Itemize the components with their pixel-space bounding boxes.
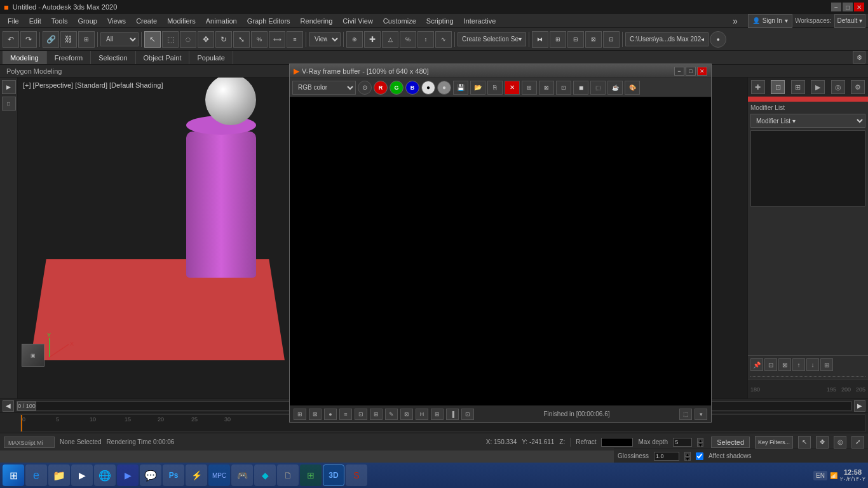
- vray-fb-status-btn1[interactable]: ⊞: [294, 409, 306, 420]
- vray-fb-clear-btn[interactable]: ✕: [505, 81, 520, 95]
- modifier-list-dropdown[interactable]: Modifier List ▾: [750, 114, 865, 128]
- align-button[interactable]: ≡: [287, 31, 303, 48]
- vray-fb-close[interactable]: ✕: [697, 67, 707, 76]
- vray-fb-r-btn[interactable]: R: [374, 81, 388, 95]
- vray-fb-status-btn7[interactable]: ✎: [385, 409, 398, 420]
- modify-tab-icon[interactable]: ⊡: [771, 80, 785, 94]
- vray-fb-status-btn3[interactable]: ●: [324, 409, 337, 420]
- taskbar-mpc[interactable]: MPC: [208, 464, 230, 486]
- panel-btn2[interactable]: □: [2, 97, 16, 111]
- vray-fb-down-btn[interactable]: ▾: [695, 409, 707, 420]
- rp-add-btn[interactable]: ⊡: [764, 358, 777, 371]
- cross-button[interactable]: ✚: [364, 31, 381, 48]
- menu-customize[interactable]: Customize: [378, 16, 421, 26]
- vray-fb-status-btn4[interactable]: ≡: [339, 409, 352, 420]
- panel-toggle-button[interactable]: ▶: [2, 80, 16, 94]
- vray-fb-save-btn[interactable]: 💾: [453, 81, 468, 95]
- undo-button[interactable]: ↶: [3, 31, 19, 48]
- taskbar-mediaplayer[interactable]: ▶: [71, 464, 93, 486]
- vray-fb-open-btn[interactable]: 📂: [470, 81, 485, 95]
- taskbar-photoshop[interactable]: Ps: [163, 464, 184, 486]
- vray-fb-status-btn11[interactable]: ▐: [446, 409, 459, 420]
- vray-fb-status-btn8[interactable]: ⊠: [400, 409, 413, 420]
- percent2-button[interactable]: %: [400, 31, 416, 48]
- menu-edit[interactable]: Edit: [24, 16, 46, 26]
- max-depth-down[interactable]: ▼: [697, 442, 703, 447]
- nav-btn3[interactable]: ◎: [834, 436, 846, 449]
- scale-button[interactable]: ⤡: [233, 31, 250, 48]
- view-dropdown[interactable]: View: [309, 32, 341, 46]
- taskbar-app7[interactable]: S: [346, 464, 367, 486]
- vray-fb-color-dropdown[interactable]: RGB color: [292, 81, 356, 95]
- menu-scripting[interactable]: Scripting: [421, 16, 459, 26]
- timeline-prev-btn[interactable]: ◀: [3, 400, 14, 412]
- vray-fb-btn4[interactable]: ◼: [573, 81, 588, 95]
- glossiness-down[interactable]: ▼: [684, 456, 691, 461]
- vray-fb-status-btn9[interactable]: H: [416, 409, 428, 420]
- tab-object-paint[interactable]: Object Paint: [136, 51, 190, 64]
- tab-modeling[interactable]: Modeling: [3, 51, 47, 64]
- tab-freeform[interactable]: Freeform: [47, 51, 92, 64]
- vray-fb-btn7[interactable]: 🎨: [625, 81, 640, 95]
- start-button[interactable]: ⊞: [3, 464, 24, 486]
- taskbar-app3[interactable]: 🎮: [231, 464, 253, 486]
- workspaces-dropdown[interactable]: Default ▾: [834, 14, 865, 28]
- menu-graph-editors[interactable]: Graph Editors: [242, 16, 295, 26]
- graph-editor-btn1[interactable]: ⧓: [532, 31, 548, 48]
- tab-populate[interactable]: Populate: [189, 51, 233, 64]
- path-button[interactable]: C:\Users\ya...ds Max 202◂: [625, 32, 709, 46]
- rp-down-btn[interactable]: ↓: [806, 358, 819, 371]
- taskbar-app5[interactable]: 🗋: [277, 464, 299, 486]
- move-button[interactable]: ✥: [198, 31, 214, 48]
- vray-fb-btn3[interactable]: ⊡: [556, 81, 571, 95]
- angle-snap-button[interactable]: △: [382, 31, 398, 48]
- vray-fb-srgb-btn[interactable]: ⊙: [358, 81, 372, 95]
- menu-file[interactable]: File: [3, 16, 24, 26]
- menu-more[interactable]: »: [728, 15, 743, 27]
- taskbar-ie[interactable]: e: [25, 464, 47, 486]
- max-depth-input[interactable]: [673, 438, 692, 447]
- taskbar-app1[interactable]: ▶: [117, 464, 139, 486]
- mirror-button[interactable]: ⟺: [269, 31, 285, 48]
- display-tab-icon[interactable]: ◎: [831, 80, 845, 94]
- menu-interactive[interactable]: Interactive: [459, 16, 501, 26]
- vray-fb-status-btn10[interactable]: ⊞: [431, 409, 444, 420]
- vray-fb-btn1[interactable]: ⊞: [522, 81, 537, 95]
- menu-civil-view[interactable]: Civil View: [337, 16, 377, 26]
- vray-fb-maximize[interactable]: □: [686, 67, 696, 76]
- rp-settings-btn[interactable]: ⊞: [820, 358, 833, 371]
- taskbar-3dsmax[interactable]: 3D: [323, 464, 344, 486]
- refract-swatch[interactable]: [601, 438, 633, 447]
- select-lasso-button[interactable]: ◌: [180, 31, 196, 48]
- graph-editor-btn4[interactable]: ⊠: [585, 31, 602, 48]
- maximize-button[interactable]: □: [843, 3, 853, 11]
- menu-create[interactable]: Create: [131, 16, 162, 26]
- rp-pin-btn[interactable]: 📌: [750, 358, 763, 371]
- max-depth-up[interactable]: ▲: [697, 438, 703, 442]
- redo-button[interactable]: ↷: [20, 31, 37, 48]
- menu-views[interactable]: Views: [102, 16, 131, 26]
- sign-in-button[interactable]: 👤 Sign In ▾: [748, 14, 792, 28]
- graph-editor-btn3[interactable]: ⊟: [567, 31, 584, 48]
- vray-fb-status-btn12[interactable]: ⊡: [461, 409, 474, 420]
- vray-fb-status-btn6[interactable]: ⊞: [370, 409, 383, 420]
- bind-button[interactable]: ⊞: [78, 31, 95, 48]
- menu-group[interactable]: Group: [72, 16, 102, 26]
- menu-rendering[interactable]: Rendering: [295, 16, 338, 26]
- glossiness-up[interactable]: ▲: [684, 452, 691, 456]
- graph-editor-btn2[interactable]: ⊞: [550, 31, 566, 48]
- vray-fb-g-btn[interactable]: G: [390, 81, 403, 95]
- view-cube[interactable]: ▣: [22, 344, 44, 367]
- taskbar-whatsapp[interactable]: 💬: [140, 464, 161, 486]
- vray-fb-btn5[interactable]: ⬚: [590, 81, 606, 95]
- vray-fb-white-circle[interactable]: ●: [421, 81, 435, 95]
- menu-tools[interactable]: Tools: [46, 16, 73, 26]
- nav-btn2[interactable]: ✥: [816, 436, 829, 449]
- percent-button[interactable]: %: [251, 31, 268, 48]
- hierarchy-tab-icon[interactable]: ⊞: [791, 80, 805, 94]
- minimize-button[interactable]: −: [831, 3, 841, 11]
- motion-tab-icon[interactable]: ▶: [811, 80, 825, 94]
- user-circle-button[interactable]: ●: [710, 31, 726, 48]
- vray-fb-copy-btn[interactable]: ⎘: [487, 81, 503, 95]
- select-button[interactable]: ↖: [144, 31, 161, 48]
